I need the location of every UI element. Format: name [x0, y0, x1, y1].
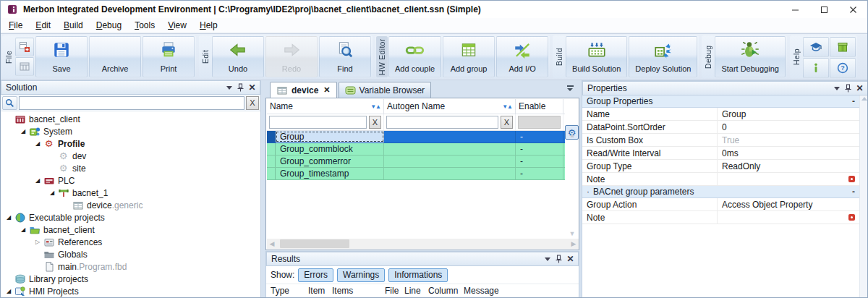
menu-edit[interactable]: Edit — [29, 19, 57, 32]
tree-item-main[interactable]: main.Program.fbd — [1, 260, 260, 273]
add-couple-button[interactable]: Add couple — [388, 36, 441, 77]
expander-open-icon[interactable]: ◢ — [4, 288, 14, 294]
save-button[interactable]: Save — [35, 36, 88, 77]
cell-name[interactable]: Group_commerror — [276, 156, 384, 167]
search-input[interactable] — [19, 96, 244, 110]
add-group-button[interactable]: Add group — [443, 36, 495, 77]
tree-item-system[interactable]: ◢System — [1, 125, 260, 137]
find-button[interactable]: Find — [319, 36, 371, 77]
search-icon[interactable] — [2, 96, 17, 110]
cell-enable[interactable]: - — [516, 143, 563, 155]
expander-open-icon[interactable]: ◢ — [33, 140, 43, 147]
expander-open-icon[interactable]: ◢ — [18, 128, 28, 135]
filter-toggle-warnings[interactable]: Warnings — [337, 268, 385, 282]
note-required-icon[interactable] — [848, 214, 855, 221]
grid-row-group-commblock[interactable]: Group_commblock- — [267, 143, 565, 156]
row-header[interactable] — [267, 131, 276, 142]
open-solution-button[interactable] — [15, 57, 34, 76]
property-value[interactable]: True — [718, 134, 859, 146]
grid-row-group[interactable]: Group- — [267, 131, 565, 143]
tree-item-globals[interactable]: Globals — [1, 248, 260, 260]
cell-enable[interactable]: - — [516, 131, 563, 142]
tab-list-dropdown-icon[interactable] — [565, 84, 575, 93]
column-header-autogen-name[interactable]: Autogen Name▼▲ — [384, 99, 516, 114]
cell-autogen-name[interactable] — [384, 143, 516, 155]
row-header[interactable] — [267, 143, 276, 155]
learn-button[interactable] — [803, 37, 829, 57]
close-button[interactable] — [838, 1, 867, 18]
note-required-icon[interactable] — [848, 176, 855, 182]
tree-item-library-projects[interactable]: Library projects — [1, 273, 260, 285]
grid-row-group-commerror[interactable]: Group_commerror- — [267, 156, 565, 168]
filter-clear-button[interactable]: X — [369, 116, 381, 129]
property-value[interactable]: ReadOnly — [718, 160, 859, 172]
tab-close-icon[interactable]: ✕ — [323, 85, 330, 95]
collapse-icon[interactable]: - — [852, 187, 855, 197]
close-panel-icon[interactable]: ✕ — [854, 83, 865, 93]
filter-toggle-errors[interactable]: Errors — [298, 268, 333, 282]
tree-item-bacnet-client[interactable]: bacnet_client — [1, 113, 260, 125]
grid-row-group-timestamp[interactable]: Group_timestamp- — [267, 168, 565, 180]
panel-menu-icon[interactable] — [224, 82, 234, 93]
maximize-button[interactable] — [809, 1, 838, 18]
property-section-bacnet-group-parameters[interactable]: ·BACnet group parameters- — [582, 186, 859, 198]
tree-item-profile[interactable]: ◢⚙Profile — [1, 137, 260, 150]
expander-open-icon[interactable]: ◢ — [4, 214, 14, 221]
results-column-column[interactable]: Column — [424, 286, 459, 296]
menu-view[interactable]: View — [161, 19, 193, 32]
tree-item-dev[interactable]: ⚙dev — [1, 150, 260, 162]
tree-item-device[interactable]: device.generic — [1, 199, 260, 211]
panel-menu-icon[interactable] — [831, 83, 842, 93]
archive-button[interactable]: Archive — [89, 36, 141, 77]
menu-debug[interactable]: Debug — [90, 19, 128, 32]
tab-variable-browser[interactable]: Variable Browser — [339, 82, 431, 98]
filter-toggle-informations[interactable]: Informations — [388, 268, 448, 282]
start-debugging-button[interactable]: Start Debugging — [715, 36, 786, 77]
property-section-group-properties[interactable]: Group Properties- — [582, 95, 859, 108]
expander-open-icon[interactable]: ◢ — [33, 177, 43, 184]
question-button[interactable]: ? — [830, 58, 856, 78]
property-value[interactable]: Access Object Property — [718, 198, 859, 210]
pin-icon[interactable] — [553, 254, 564, 264]
cell-autogen-name[interactable] — [384, 168, 516, 179]
panel-menu-icon[interactable] — [542, 254, 553, 264]
results-column-item[interactable]: Item — [304, 286, 328, 296]
property-value[interactable]: 0 — [718, 121, 859, 133]
scroll-right-icon[interactable]: ▶ — [569, 239, 579, 249]
column-header-enable[interactable]: Enable — [516, 99, 563, 114]
menu-tools[interactable]: Tools — [128, 19, 161, 32]
scroll-down-icon[interactable]: ▼ — [569, 231, 576, 237]
scrollbar-thumb[interactable] — [280, 239, 349, 248]
undo-button[interactable]: Undo — [212, 36, 264, 77]
close-panel-icon[interactable]: ✕ — [247, 82, 258, 93]
property-value[interactable] — [718, 173, 859, 185]
about-button[interactable] — [803, 58, 829, 78]
filter-input-name[interactable] — [269, 116, 367, 129]
add-i-o-button[interactable]: Add I/O — [496, 36, 548, 77]
results-column-line[interactable]: Line — [400, 286, 424, 296]
tree-item-executable-projects[interactable]: ◢Executable projects — [1, 211, 260, 224]
close-panel-icon[interactable]: ✕ — [565, 254, 576, 264]
row-header[interactable] — [267, 168, 276, 179]
cell-enable[interactable]: - — [516, 156, 563, 167]
search-clear-button[interactable]: X — [246, 96, 259, 110]
column-header-name[interactable]: Name▼▲ — [267, 99, 384, 114]
expander-open-icon[interactable]: ◢ — [18, 226, 28, 233]
results-column-file[interactable]: File — [380, 286, 400, 296]
menu-build[interactable]: Build — [57, 19, 90, 32]
menu-help[interactable]: Help — [193, 19, 224, 32]
build-solution-button[interactable]: Build Solution — [566, 36, 627, 77]
scroll-up-icon[interactable]: ▲ — [569, 132, 576, 138]
filter-input-autogen-name[interactable] — [386, 116, 498, 129]
filter-clear-button[interactable]: X — [501, 116, 513, 129]
sort-arrows-icon[interactable]: ▼▲ — [367, 103, 380, 110]
package-button[interactable] — [830, 37, 856, 57]
tree-item-references[interactable]: ▷References — [1, 236, 260, 248]
cell-autogen-name[interactable] — [384, 156, 516, 167]
row-header[interactable] — [267, 156, 276, 167]
cell-name[interactable]: Group_commblock — [276, 143, 384, 155]
pin-icon[interactable] — [235, 82, 246, 93]
properties-scrollbar[interactable] — [859, 95, 868, 298]
sort-arrows-icon[interactable]: ▼▲ — [499, 103, 512, 110]
pin-icon[interactable] — [843, 83, 854, 93]
